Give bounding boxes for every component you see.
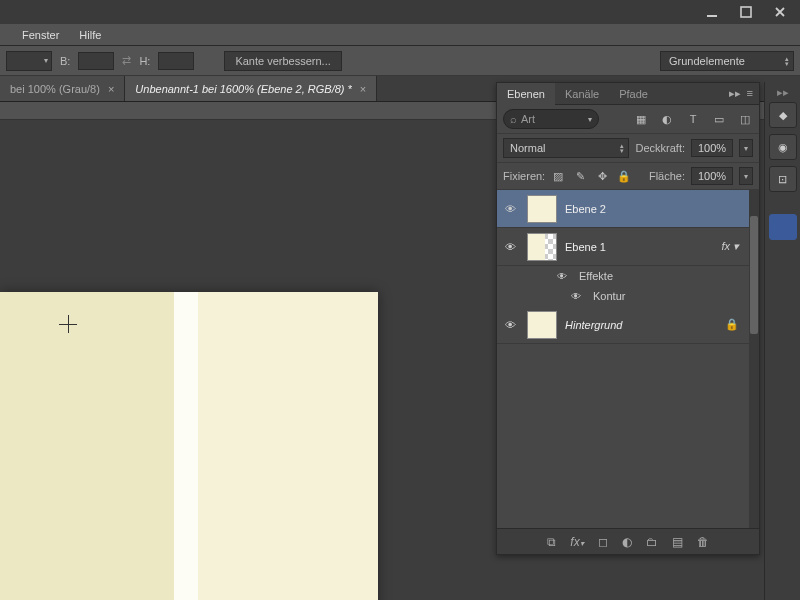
close-button[interactable] xyxy=(766,3,794,21)
dock-layers-button[interactable]: ◆ xyxy=(769,102,797,128)
minimize-button[interactable] xyxy=(698,3,726,21)
layer-thumbnail[interactable] xyxy=(527,233,557,261)
filter-type-icon[interactable]: T xyxy=(685,111,701,127)
dock-swatches-button[interactable] xyxy=(769,214,797,240)
lock-icon: 🔒 xyxy=(725,318,739,331)
layer-name[interactable]: Ebene 2 xyxy=(565,203,606,215)
lock-all-icon[interactable]: 🔒 xyxy=(617,170,631,183)
filter-pixel-icon[interactable]: ▦ xyxy=(633,111,649,127)
layer-name[interactable]: Hintergrund xyxy=(565,319,622,331)
delete-icon[interactable]: 🗑 xyxy=(697,535,709,549)
effect-name: Kontur xyxy=(593,290,625,302)
fx-badge[interactable]: fx ▾ xyxy=(721,240,739,253)
doc-tab-1[interactable]: bei 100% (Grau/8) × xyxy=(0,76,125,101)
scrollbar-thumb[interactable] xyxy=(750,216,758,334)
search-icon: ⌕ xyxy=(510,113,517,125)
fill-field[interactable]: 100% xyxy=(691,167,733,185)
blend-mode-dropdown[interactable]: Normal ▴▾ xyxy=(503,138,629,158)
panel-tab-bar: Ebenen Kanäle Pfade ▸▸ ≡ xyxy=(497,83,759,105)
close-icon[interactable]: × xyxy=(108,83,114,95)
mask-icon[interactable]: ◻ xyxy=(598,535,608,549)
workspace-label: Grundelemente xyxy=(669,55,745,67)
width-field[interactable] xyxy=(78,52,114,70)
panel-menu-icon[interactable]: ≡ xyxy=(747,87,753,100)
filter-label: Art xyxy=(521,113,535,125)
collapse-icon[interactable]: ▸▸ xyxy=(729,87,741,100)
refine-edge-button[interactable]: Kante verbessern... xyxy=(224,51,341,71)
dock-collapse-icon[interactable]: ▸▸ xyxy=(765,86,800,96)
dock-color-button[interactable]: ◉ xyxy=(769,134,797,160)
opacity-field[interactable]: 100% xyxy=(691,139,733,157)
filter-shape-icon[interactable]: ▭ xyxy=(711,111,727,127)
swap-icon[interactable]: ⇄ xyxy=(122,54,131,67)
doc-tab-label: bei 100% (Grau/8) xyxy=(10,83,100,95)
adjustment-icon[interactable]: ◐ xyxy=(622,535,632,549)
menu-bar: Fenster Hilfe xyxy=(0,24,800,46)
height-label: H: xyxy=(139,55,150,67)
tab-ebenen[interactable]: Ebenen xyxy=(497,83,555,105)
layer-row[interactable]: 👁 Hintergrund 🔒 xyxy=(497,306,759,344)
layers-panel: Ebenen Kanäle Pfade ▸▸ ≡ ⌕ Art ▾ ▦ ◐ T ▭… xyxy=(496,82,760,555)
visibility-icon[interactable]: 👁 xyxy=(571,291,585,302)
effect-kontur-row[interactable]: 👁 Kontur xyxy=(497,286,759,306)
close-icon[interactable]: × xyxy=(360,83,366,95)
layer-row[interactable]: 👁 Ebene 2 xyxy=(497,190,759,228)
options-bar: ▾ B: ⇄ H: Kante verbessern... Grundeleme… xyxy=(0,46,800,76)
filter-adjust-icon[interactable]: ◐ xyxy=(659,111,675,127)
right-dock: ▸▸ ◆ ◉ ⊡ xyxy=(764,82,800,600)
layer-thumbnail[interactable] xyxy=(527,311,557,339)
menu-fenster[interactable]: Fenster xyxy=(12,27,69,43)
dock-paths-button[interactable]: ⊡ xyxy=(769,166,797,192)
group-icon[interactable]: 🗀 xyxy=(646,535,658,549)
maximize-button[interactable] xyxy=(732,3,760,21)
link-layers-icon[interactable]: ⧉ xyxy=(547,535,556,549)
new-layer-icon[interactable]: ▤ xyxy=(672,535,683,549)
lock-pixels-icon[interactable]: ✎ xyxy=(573,170,587,183)
filter-search[interactable]: ⌕ Art ▾ xyxy=(503,109,599,129)
layer-row[interactable]: 👁 Ebene 1 fx ▾ xyxy=(497,228,759,266)
svg-rect-1 xyxy=(741,7,751,17)
opacity-label: Deckkraft: xyxy=(635,142,685,154)
blend-mode-label: Normal xyxy=(510,142,545,154)
workspace-dropdown[interactable]: Grundelemente ▴▾ xyxy=(660,51,794,71)
lock-position-icon[interactable]: ✥ xyxy=(595,170,609,183)
menu-hilfe[interactable]: Hilfe xyxy=(69,27,111,43)
layers-list: 👁 Ebene 2 👁 Ebene 1 fx ▾ 👁 Effekte 👁 Kon… xyxy=(497,190,759,528)
window-titlebar xyxy=(0,0,800,24)
effects-label: Effekte xyxy=(579,270,613,282)
height-field[interactable] xyxy=(158,52,194,70)
doc-tab-2[interactable]: Unbenannt-1 bei 1600% (Ebene 2, RGB/8) *… xyxy=(125,76,377,101)
tab-kanale[interactable]: Kanäle xyxy=(555,83,609,105)
svg-rect-0 xyxy=(707,15,717,17)
visibility-icon[interactable]: 👁 xyxy=(557,271,571,282)
doc-tab-label: Unbenannt-1 bei 1600% (Ebene 2, RGB/8) * xyxy=(135,83,351,95)
lock-label: Fixieren: xyxy=(503,170,545,182)
filter-smart-icon[interactable]: ◫ xyxy=(737,111,753,127)
tool-preset-dropdown[interactable]: ▾ xyxy=(6,51,52,71)
visibility-icon[interactable]: 👁 xyxy=(505,241,519,253)
fill-label: Fläche: xyxy=(649,170,685,182)
visibility-icon[interactable]: 👁 xyxy=(505,319,519,331)
effects-row[interactable]: 👁 Effekte xyxy=(497,266,759,286)
fx-icon[interactable]: fx▾ xyxy=(570,535,583,549)
visibility-icon[interactable]: 👁 xyxy=(505,203,519,215)
width-label: B: xyxy=(60,55,70,67)
tab-pfade[interactable]: Pfade xyxy=(609,83,658,105)
fill-dropdown[interactable]: ▾ xyxy=(739,167,753,185)
lock-transparency-icon[interactable]: ▨ xyxy=(551,170,565,183)
layers-bottom-bar: ⧉ fx▾ ◻ ◐ 🗀 ▤ 🗑 xyxy=(497,528,759,554)
opacity-dropdown[interactable]: ▾ xyxy=(739,139,753,157)
layer-thumbnail[interactable] xyxy=(527,195,557,223)
scrollbar[interactable] xyxy=(749,190,759,528)
layer-name[interactable]: Ebene 1 xyxy=(565,241,606,253)
canvas[interactable] xyxy=(0,292,378,600)
